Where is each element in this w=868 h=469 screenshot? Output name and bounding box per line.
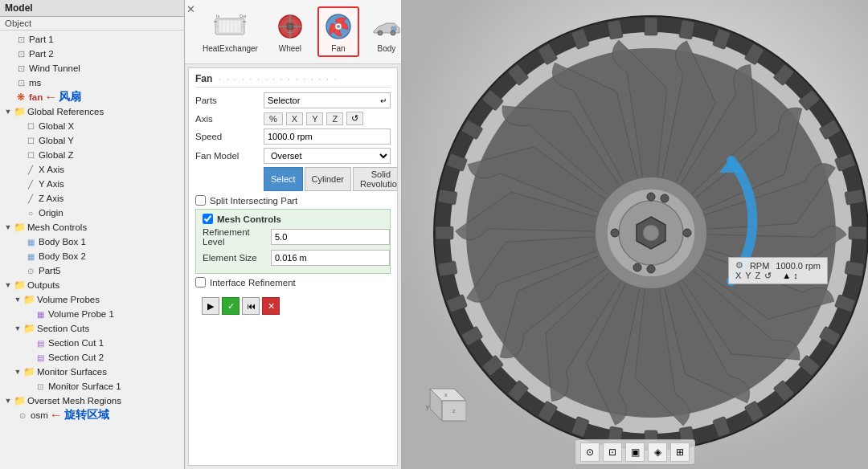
x-axis-btn[interactable]: X <box>735 271 741 281</box>
icon-fan[interactable]: Fan <box>317 6 359 57</box>
tree-item-volumeprobes[interactable]: ▼ 📁 Volume Probes <box>0 292 184 307</box>
tree-item-sectioncut1[interactable]: ▤ Section Cut 1 <box>0 336 184 350</box>
tree-item-bodybox2[interactable]: ▦ Body Box 2 <box>0 249 184 263</box>
y-axis-btn[interactable]: Y <box>745 271 751 281</box>
interface-checkbox[interactable] <box>195 277 206 288</box>
tree-item-meshcontrols[interactable]: ▼ 📁 Mesh Controls <box>0 220 184 234</box>
folder-icon: 📁 <box>13 105 26 118</box>
tree-item-yaxis[interactable]: ╱ Y Axis <box>0 177 184 191</box>
tree-label-part5: Part5 <box>39 266 61 275</box>
osm-icon: ⊙ <box>16 409 29 422</box>
skip-button[interactable]: ⏮ <box>242 297 260 315</box>
axis-z-button[interactable]: Z <box>326 112 343 125</box>
view-icons: ▲ ↕ <box>782 271 797 281</box>
fanmodel-select[interactable]: Overset <box>264 148 391 164</box>
axis-x-button[interactable]: X <box>286 112 303 125</box>
tree-label-volumeprobes: Volume Probes <box>37 295 100 304</box>
split-checkbox[interactable] <box>195 195 206 206</box>
tree-item-osm[interactable]: ⊙ osm <box>0 408 48 422</box>
icon-heatexchanger[interactable]: In Out HeatExchanger <box>198 6 263 57</box>
tree-item-zaxis[interactable]: ╱ Z Axis <box>0 191 184 206</box>
svg-point-19 <box>337 25 340 28</box>
tree-item-windtunnel[interactable]: ⊡ Wind Tunnel <box>0 61 184 75</box>
probe-icon: ▦ <box>34 308 47 320</box>
close-x-button[interactable]: ✕ <box>186 3 195 15</box>
folder-icon: 📁 <box>23 322 35 335</box>
z-axis-btn[interactable]: Z <box>755 271 761 281</box>
tree-item-sectioncut2[interactable]: ▤ Section Cut 2 <box>0 350 184 365</box>
solid-revolution-button[interactable]: Solid Revolution <box>353 167 398 191</box>
tree-item-globalx[interactable]: ☐ Global X <box>0 119 184 133</box>
tree-item-sectioncuts[interactable]: ▼ 📁 Section Cuts <box>0 321 184 336</box>
fanmodel-label: Fan Model <box>195 151 264 161</box>
parts-label: Parts <box>195 96 264 105</box>
axis-refresh-button[interactable]: ↺ <box>346 112 363 125</box>
tree-item-part2[interactable]: ⊡ Part 2 <box>0 47 184 61</box>
tree-label-zaxis: Z Axis <box>39 194 63 203</box>
cylinder-button[interactable]: Cylinder <box>305 167 351 191</box>
viewport-bottom-toolbar: ⊙ ⊡ ▣ ◈ ⊞ <box>575 439 695 465</box>
tree-label-globalz: Global Z <box>39 150 73 160</box>
tree-item-xaxis[interactable]: ╱ X Axis <box>0 162 184 177</box>
parts-selector[interactable]: Selector ↵ <box>264 92 391 108</box>
viewport-btn-5[interactable]: ⊞ <box>670 442 690 462</box>
interface-label: Interface Refinement <box>210 278 296 288</box>
tree-item-monitorsurfaces[interactable]: ▼ 📁 Monitor Surfaces <box>0 365 184 379</box>
viewport-btn-1[interactable]: ⊙ <box>580 442 600 462</box>
confirm-button[interactable]: ✓ <box>222 297 240 315</box>
play-button[interactable]: ▶ <box>202 297 219 315</box>
svg-point-21 <box>378 31 383 35</box>
tree-label-monitorsurface1: Monitor Surface 1 <box>48 381 121 391</box>
viewport-btn-2[interactable]: ⊡ <box>603 442 622 462</box>
tree-item-part5[interactable]: ⊙ Part5 <box>0 263 184 278</box>
tree-item-overset[interactable]: ▼ 📁 Overset Mesh Regions <box>0 394 184 408</box>
axis-y-button[interactable]: Y <box>306 112 323 125</box>
folder-icon: 📁 <box>23 365 35 378</box>
svg-rect-53 <box>438 261 457 277</box>
tree-item-ms[interactable]: ⊡ ms <box>0 75 184 90</box>
chevron-down-icon: ▼ <box>13 324 23 333</box>
select-button[interactable]: Select <box>264 167 303 191</box>
mesh-icon: ▦ <box>24 250 37 263</box>
object-subtitle: Object <box>0 17 184 31</box>
speed-input[interactable] <box>264 128 391 145</box>
heatexchanger-icon: In Out <box>214 10 246 43</box>
tree-label-meshcontrols: Mesh Controls <box>27 222 87 232</box>
viewport-btn-4[interactable]: ◈ <box>648 442 667 462</box>
chevron-down-icon: ▼ <box>3 396 13 406</box>
tree-item-origin[interactable]: ○ Origin <box>0 206 184 220</box>
tree-item-globaly[interactable]: ☐ Global Y <box>0 133 184 148</box>
tree-item-bodybox1[interactable]: ▦ Body Box 1 <box>0 234 184 249</box>
tree-item-globalrefs[interactable]: ▼ 📁 Global References <box>0 104 184 119</box>
mesh-controls-checkbox[interactable] <box>203 214 213 224</box>
tree-item-volumeprobe1[interactable]: ▦ Volume Probe 1 <box>0 307 184 321</box>
split-label: Split Intersecting Part <box>210 196 297 206</box>
chevron-down-icon: ▼ <box>3 107 13 116</box>
tree-item-globalz[interactable]: ☐ Global Z <box>0 148 184 162</box>
viewport-btn-3[interactable]: ▣ <box>625 442 645 462</box>
chevron-down-icon: ▼ <box>3 280 13 290</box>
tree-item-monitorsurface1[interactable]: ⊡ Monitor Surface 1 <box>0 379 184 394</box>
fan-gear-visualization <box>402 0 868 469</box>
refinement-input[interactable] <box>271 229 390 245</box>
svg-point-12 <box>287 23 293 30</box>
tree-item-outputs[interactable]: ▼ 📁 Outputs <box>0 278 184 292</box>
form-title: Fan <box>195 73 212 84</box>
icon-wheel[interactable]: Wheel <box>269 6 311 57</box>
tree-item-fan[interactable]: ❋ fan <box>0 90 43 104</box>
cancel-button[interactable]: ✕ <box>262 297 280 315</box>
folder-icon: 📁 <box>13 221 26 234</box>
folder-icon: 📁 <box>13 279 26 292</box>
cube-indicator: x y z <box>414 381 462 429</box>
osm-row: ⊙ osm ← 旋转区域 <box>0 408 184 422</box>
element-input[interactable] <box>271 250 390 266</box>
svg-point-22 <box>391 31 395 35</box>
axis-percent-button[interactable]: % <box>264 112 283 125</box>
tree-item-part1[interactable]: ⊡ Part 1 <box>0 32 184 47</box>
rpm-overlay: ⚙ RPM 1000.0 rpm X Y Z ↺ ▲ ↕ <box>728 257 828 284</box>
tree-label-sectioncuts: Section Cuts <box>37 324 89 333</box>
checkbox-icon: ☐ <box>24 120 37 133</box>
mesh-controls-section: Mesh Controls Refinement Level Element S… <box>195 209 391 274</box>
mesh-controls-row: Mesh Controls <box>203 214 383 224</box>
rotation-icon[interactable]: ↺ <box>764 271 772 281</box>
